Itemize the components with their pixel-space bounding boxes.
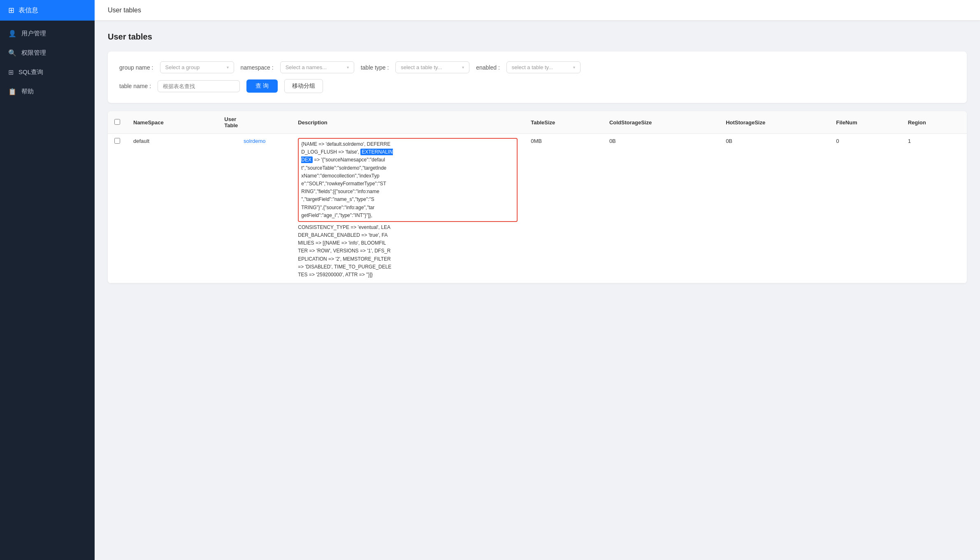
sidebar-nav: 👤 用户管理 🔍 权限管理 ⊞ SQL查询 📋 帮助 [0, 21, 95, 101]
sidebar-item-user-mgmt[interactable]: 👤 用户管理 [0, 24, 95, 43]
description-highlight-box: {NAME => 'default.solrdemo', DEFERRED_LO… [298, 138, 518, 222]
table-type-label: table type : [361, 64, 389, 71]
move-group-button[interactable]: 移动分组 [284, 79, 323, 93]
table-wrap: NameSpace UserTable Description TableSiz… [108, 111, 967, 283]
namespace-placeholder: Select a names... [286, 64, 327, 70]
row-region: 1 [901, 134, 967, 283]
row-cold-storage: 0B [603, 134, 719, 283]
description-text-after: => '{"sourceNamesapce":"default","source… [301, 157, 386, 218]
page-title: User tables [108, 32, 967, 42]
col-user-table: UserTable [218, 111, 291, 134]
row-namespace: default [127, 134, 218, 283]
filter-row-1: group name : Select a group ▾ namespace … [119, 61, 955, 73]
data-table: NameSpace UserTable Description TableSiz… [108, 111, 967, 283]
group-name-label: group name : [119, 64, 153, 71]
chevron-down-icon: ▾ [573, 65, 575, 70]
row-table-size: 0MB [524, 134, 603, 283]
group-name-select[interactable]: Select a group ▾ [160, 61, 234, 73]
table-type-select[interactable]: select a table ty... ▾ [395, 61, 469, 73]
sidebar-item-label: SQL查询 [19, 68, 43, 76]
sidebar-item-help[interactable]: 📋 帮助 [0, 82, 95, 101]
filter-row-2: table name : 查 询 移动分组 [119, 79, 955, 93]
namespace-label: namespace : [241, 64, 274, 71]
filter-panel: group name : Select a group ▾ namespace … [108, 51, 967, 103]
col-namespace: NameSpace [127, 111, 218, 134]
col-checkbox [108, 111, 127, 134]
chevron-down-icon: ▾ [227, 65, 229, 70]
table-name-input[interactable] [158, 80, 240, 92]
group-name-placeholder: Select a group [165, 64, 200, 70]
namespace-select[interactable]: Select a names... ▾ [280, 61, 354, 73]
col-table-size: TableSize [524, 111, 603, 134]
row-hot-storage: 0B [719, 134, 829, 283]
col-region: Region [901, 111, 967, 134]
query-button[interactable]: 查 询 [246, 79, 278, 93]
sidebar: ⊞ 表信息 👤 用户管理 🔍 权限管理 ⊞ SQL查询 📋 帮助 [0, 0, 95, 560]
help-icon: 📋 [8, 88, 16, 96]
enabled-select[interactable]: select a table ty... ▾ [506, 61, 581, 73]
description-rest: CONSISTENCY_TYPE => 'eventual', LEADER_B… [298, 224, 518, 279]
sidebar-item-label: 权限管理 [21, 49, 46, 57]
enabled-label: enabled : [476, 64, 500, 71]
table-type-placeholder: select a table ty... [401, 64, 442, 70]
sidebar-item-label: 帮助 [21, 88, 34, 96]
row-user-table[interactable]: solrdemo [218, 134, 291, 283]
table-header-row: NameSpace UserTable Description TableSiz… [108, 111, 967, 134]
sidebar-header-label: 表信息 [19, 6, 38, 15]
chevron-down-icon: ▾ [462, 65, 464, 70]
topbar-title: User tables [108, 7, 141, 14]
main: User tables User tables group name : Sel… [95, 0, 980, 560]
col-description: Description [291, 111, 524, 134]
table-name-label: table name : [119, 83, 151, 89]
row-checkbox[interactable] [114, 138, 120, 144]
col-cold-storage: ColdStorageSize [603, 111, 719, 134]
sidebar-item-sql-query[interactable]: ⊞ SQL查询 [0, 63, 95, 82]
enabled-placeholder: select a table ty... [512, 64, 553, 70]
select-all-checkbox[interactable] [114, 119, 120, 125]
sidebar-item-permission-mgmt[interactable]: 🔍 权限管理 [0, 43, 95, 63]
row-filenum: 0 [829, 134, 901, 283]
chevron-down-icon: ▾ [347, 65, 349, 70]
grid-icon: ⊞ [8, 68, 14, 76]
row-checkbox-cell [108, 134, 127, 283]
topbar: User tables [95, 0, 980, 21]
search-icon: 🔍 [8, 49, 16, 57]
table-panel: NameSpace UserTable Description TableSiz… [108, 111, 967, 283]
content: User tables group name : Select a group … [95, 21, 980, 560]
sidebar-item-label: 用户管理 [21, 30, 46, 37]
sidebar-header[interactable]: ⊞ 表信息 [0, 0, 95, 21]
row-description: {NAME => 'default.solrdemo', DEFERRED_LO… [291, 134, 524, 283]
table-icon: ⊞ [8, 6, 14, 15]
col-filenum: FileNum [829, 111, 901, 134]
user-icon: 👤 [8, 30, 16, 37]
col-hot-storage: HotStorageSize [719, 111, 829, 134]
table-row: default solrdemo {NAME => 'default.solrd… [108, 134, 967, 283]
